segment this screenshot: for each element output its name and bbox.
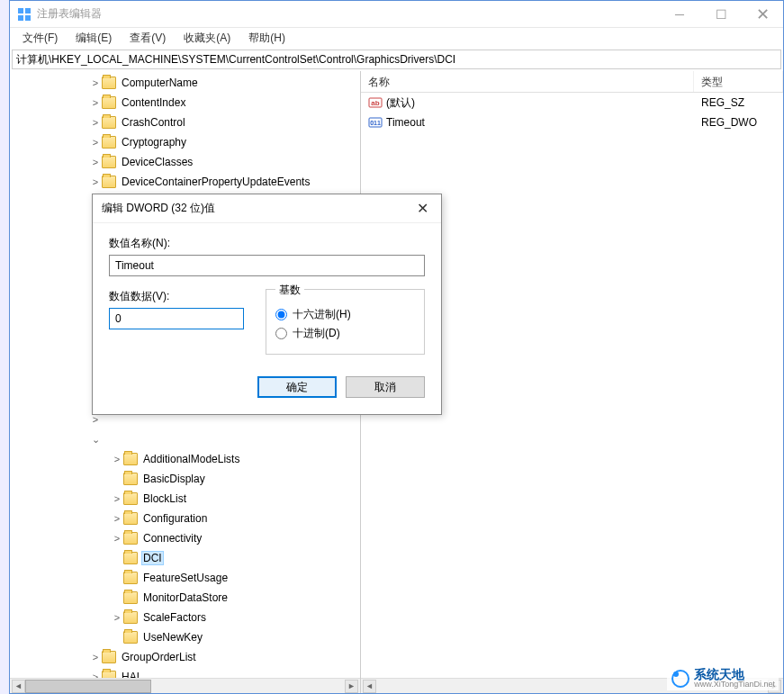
- dialog-titlebar: 编辑 DWORD (32 位)值 ✕: [93, 194, 441, 223]
- menu-file[interactable]: 文件(F): [14, 29, 67, 48]
- expand-icon[interactable]: >: [91, 176, 100, 187]
- menu-edit[interactable]: 编辑(E): [67, 29, 121, 48]
- scroll-thumb[interactable]: [25, 680, 151, 693]
- expand-icon[interactable]: >: [91, 137, 100, 148]
- tree-item[interactable]: >CrashControl: [10, 113, 360, 132]
- dialog-buttons: 确定 取消: [109, 376, 425, 398]
- value-name: Timeout: [386, 116, 425, 129]
- tree-item[interactable]: >ContentIndex: [10, 93, 360, 113]
- tree-item[interactable]: >GroupOrderList: [10, 647, 360, 667]
- tree-label: FeatureSetUsage: [141, 571, 230, 585]
- tree-item[interactable]: ⌄: [10, 429, 360, 449]
- tree-label: CrashControl: [120, 115, 187, 130]
- radio-hex-label: 十六进制(H): [293, 307, 351, 322]
- expand-icon[interactable]: >: [113, 454, 122, 464]
- tree-label: UseNewKey: [141, 630, 204, 644]
- cancel-button[interactable]: 取消: [346, 376, 425, 398]
- close-button[interactable]: ✕: [742, 1, 783, 28]
- radio-dec[interactable]: 十进制(D): [275, 326, 415, 341]
- folder-icon: [102, 156, 116, 168]
- svg-point-9: [673, 671, 679, 677]
- tree-label: Cryptography: [120, 135, 188, 149]
- col-name[interactable]: 名称: [361, 71, 694, 92]
- value-name-input: [109, 255, 425, 276]
- radio-dec-label: 十进制(D): [293, 326, 340, 341]
- tree-item[interactable]: >ScaleFactors: [10, 608, 360, 627]
- list-row[interactable]: ab(默认)REG_SZ: [361, 93, 783, 113]
- expand-icon[interactable]: >: [113, 493, 122, 504]
- expand-icon[interactable]: >: [91, 671, 100, 678]
- tree-item[interactable]: >AdditionalModeLists: [10, 449, 360, 469]
- titlebar: 注册表编辑器 ─ ☐ ✕: [10, 1, 783, 28]
- tree-item[interactable]: UseNewKey: [10, 627, 360, 647]
- tree-item[interactable]: >Configuration: [10, 509, 360, 528]
- tree-label: MonitorDataStore: [141, 590, 230, 605]
- radio-hex-input[interactable]: [275, 309, 287, 320]
- tree-item[interactable]: >DeviceClasses: [10, 152, 360, 172]
- scroll-left-icon[interactable]: ◄: [12, 680, 25, 693]
- expand-icon[interactable]: >: [91, 77, 100, 88]
- tree-item[interactable]: FeatureSetUsage: [10, 568, 360, 588]
- tree-item[interactable]: BasicDisplay: [10, 469, 360, 489]
- base-fieldset: 基数 十六进制(H) 十进制(D): [266, 289, 425, 355]
- menubar: 文件(F) 编辑(E) 查看(V) 收藏夹(A) 帮助(H): [10, 28, 783, 48]
- tree-label: AdditionalModeLists: [141, 452, 241, 466]
- expand-icon[interactable]: >: [113, 612, 122, 623]
- scroll-right-icon[interactable]: ►: [345, 680, 358, 693]
- folder-icon: [102, 671, 116, 678]
- expand-icon[interactable]: >: [113, 513, 122, 524]
- string-value-icon: ab: [368, 95, 383, 110]
- menu-help[interactable]: 帮助(H): [239, 29, 294, 48]
- tree-item[interactable]: MonitorDataStore: [10, 588, 360, 608]
- folder-icon: [123, 611, 138, 624]
- value-data-input[interactable]: [109, 308, 244, 329]
- window-controls: ─ ☐ ✕: [659, 1, 783, 28]
- folder-icon: [123, 552, 138, 564]
- tree-item[interactable]: >DeviceContainerPropertyUpdateEvents: [10, 172, 360, 192]
- folder-icon: [102, 96, 116, 109]
- value-data-label: 数值数据(V):: [109, 289, 244, 304]
- list-row[interactable]: 011TimeoutREG_DWO: [361, 113, 783, 132]
- base-legend: 基数: [275, 283, 304, 298]
- folder-icon: [123, 492, 138, 505]
- expand-icon[interactable]: >: [91, 97, 100, 108]
- scroll-left-icon[interactable]: ◄: [363, 680, 376, 693]
- svg-text:ab: ab: [371, 99, 379, 107]
- watermark-url: www.XiTongTianDi.net: [694, 680, 775, 689]
- cell-type: REG_SZ: [694, 96, 752, 109]
- tree-label: BlockList: [141, 491, 188, 506]
- tree-label: ComputerName: [120, 76, 200, 90]
- watermark-text: 系统天地: [694, 668, 775, 680]
- expand-icon[interactable]: >: [113, 533, 122, 544]
- tree-item[interactable]: >Connectivity: [10, 528, 360, 548]
- menu-view[interactable]: 查看(V): [121, 29, 175, 48]
- tree-item[interactable]: >ComputerName: [10, 73, 360, 93]
- expand-icon[interactable]: >: [91, 652, 100, 662]
- radio-hex[interactable]: 十六进制(H): [275, 307, 415, 322]
- dialog-body: 数值名称(N): 数值数据(V): 基数 十六进制(H) 十进制(D): [93, 223, 441, 414]
- menu-favorites[interactable]: 收藏夹(A): [175, 29, 239, 48]
- expand-icon[interactable]: >: [91, 157, 100, 167]
- window-title: 注册表编辑器: [37, 6, 659, 22]
- value-name-label: 数值名称(N):: [109, 236, 425, 251]
- radio-dec-input[interactable]: [275, 328, 287, 339]
- col-type[interactable]: 类型: [694, 71, 783, 92]
- folder-icon: [123, 453, 138, 465]
- tree-item[interactable]: >HAL: [10, 667, 360, 678]
- address-bar[interactable]: 计算机\HKEY_LOCAL_MACHINE\SYSTEM\CurrentCon…: [12, 50, 781, 69]
- ok-button[interactable]: 确定: [257, 376, 337, 398]
- tree-label: GroupOrderList: [120, 650, 198, 664]
- watermark: 系统天地 www.XiTongTianDi.net: [667, 666, 779, 690]
- tree-item[interactable]: >BlockList: [10, 489, 360, 509]
- expand-icon[interactable]: >: [91, 414, 100, 425]
- maximize-button[interactable]: ☐: [700, 1, 742, 28]
- dword-value-icon: 011: [368, 115, 383, 130]
- collapse-icon[interactable]: ⌄: [91, 434, 100, 446]
- expand-icon[interactable]: >: [91, 117, 100, 128]
- tree-item[interactable]: >Cryptography: [10, 132, 360, 152]
- tree-item[interactable]: DCI: [10, 548, 360, 568]
- minimize-button[interactable]: ─: [659, 1, 700, 28]
- tree-hscrollbar[interactable]: ◄ ►: [10, 678, 360, 693]
- tree-label: BasicDisplay: [141, 472, 207, 486]
- dialog-close-button[interactable]: ✕: [413, 200, 432, 217]
